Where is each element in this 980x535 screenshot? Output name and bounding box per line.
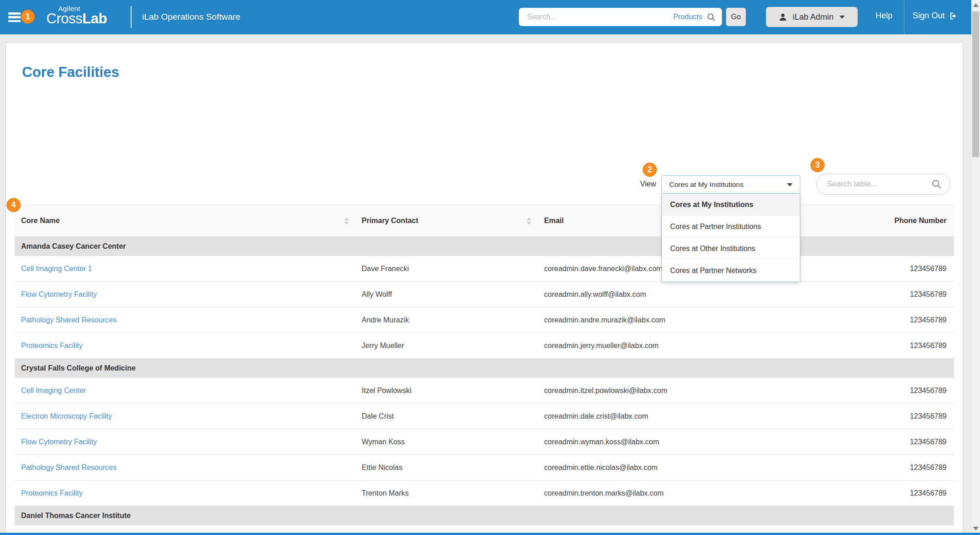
help-link[interactable]: Help [875,11,892,21]
chevron-down-icon [787,183,793,186]
scrollbar-up-arrow-icon[interactable] [973,3,979,7]
core-name-link[interactable]: Proteomics Facility [21,489,83,497]
column-header-primary-contact[interactable]: Primary Contact [355,205,538,236]
primary-contact-cell: Trenton Marks [355,480,538,506]
global-search-placeholder: Search... [527,13,673,21]
view-menu-option[interactable]: Cores at Partner Institutions [662,216,800,238]
view-menu-option[interactable]: Cores at Partner Networks [662,260,800,282]
phone-cell: 123456789 [794,307,954,333]
table-row: Cell Imaging CenterItzel Powlowskicoread… [15,378,954,404]
column-header-phone-number[interactable]: Phone Number [794,205,954,236]
table-search-placeholder: Search table... [827,180,931,189]
email-cell: coreadmin.ally.wolff@ilabx.com [538,282,794,307]
search-icon [707,13,716,22]
search-scope-products[interactable]: Products [673,13,702,21]
core-name-link[interactable]: Proteomics Facility [21,342,83,350]
top-navbar: Agilent CrossLab iLab Operations Softwar… [0,0,971,34]
primary-contact-cell: Wyman Koss [355,429,538,454]
annotation-badge-1: 1 [21,10,35,24]
core-name-cell: Electron Microscopy Facility [15,404,355,429]
phone-cell: 123456789 [794,333,954,358]
table-group-row: Amanda Casey Cancer Center [15,237,954,256]
core-name-cell: Proteomics Facility [15,480,355,506]
email-cell: coreadmin.andre.murazik@ilabx.com [538,307,794,333]
primary-contact-cell: Andre Murazik [355,307,538,333]
column-header-core-name[interactable]: Core Name [15,205,355,236]
table-group-row: Crystal Falls College of Medicine [15,359,954,378]
table-row: Proteomics FacilityTrenton Markscoreadmi… [15,480,954,506]
primary-contact-cell: Dale Crist [355,404,538,429]
primary-contact-cell: Ettie Nicolas [355,455,538,480]
core-name-cell: Pathology Shared Resources [15,307,355,333]
scrollbar-down-arrow-icon[interactable] [973,527,979,530]
hamburger-menu-icon[interactable] [8,12,21,22]
core-name-link[interactable]: Pathology Shared Resources [21,464,116,472]
primary-contact-cell: Jerry Mueller [355,333,538,358]
table-row: Proteomics FacilityJerry Muellercoreadmi… [15,333,954,359]
core-name-cell: Flow Cytometry Facility [15,282,355,307]
scrollbar-thumb[interactable] [972,11,979,157]
view-dropdown[interactable]: Cores at My Institutions [661,175,800,194]
core-name-link[interactable]: Electron Microscopy Facility [21,412,112,420]
core-name-link[interactable]: Cell Imaging Center 1 [21,265,92,273]
user-icon [779,13,787,21]
app-title: iLab Operations Software [142,12,240,22]
table-row: Flow Cytometry FacilityWyman Kosscoreadm… [15,429,954,455]
page-title: Core Facilities [22,64,119,81]
user-menu-label: iLab Admin [793,12,833,22]
core-name-link[interactable]: Flow Cytometry Facility [21,290,97,299]
chevron-down-icon [839,16,845,19]
table-row: Pathology Shared ResourcesAndre Murazikc… [15,307,954,333]
phone-cell: 123456789 [794,378,954,403]
annotation-badge-3: 3 [810,158,825,172]
core-facilities-table: Core Name Primary Contact Email Phone Nu… [15,205,954,525]
vertical-scrollbar[interactable] [971,0,980,535]
core-name-link[interactable]: Pathology Shared Resources [21,316,116,324]
table-row: Pathology Shared ResourcesEttie Nicolasc… [15,455,954,480]
sign-out-icon [949,11,958,21]
table-row: Electron Microscopy FacilityDale Cristco… [15,404,954,429]
primary-contact-cell: Itzel Powlowski [355,378,538,403]
email-cell: coreadmin.wyman.koss@ilabx.com [538,429,794,454]
phone-cell: 123456789 [794,282,954,307]
core-name-link[interactable]: Flow Cytometry Facility [21,438,97,446]
sign-out-link[interactable]: Sign Out [913,11,958,21]
annotation-badge-4: 4 [6,198,21,212]
phone-cell: 123456789 [794,404,954,429]
user-menu-button[interactable]: iLab Admin [766,7,858,27]
table-group-row: Daniel Thomas Cancer Institute [15,506,954,525]
email-cell: coreadmin.itzel.powlowski@ilabx.com [538,378,794,403]
sort-icon[interactable] [527,218,531,224]
core-name-cell: Cell Imaging Center 1 [15,256,355,281]
primary-contact-cell: Ally Wolff [355,282,538,307]
table-search-input[interactable]: Search table... [816,174,950,195]
email-cell: coreadmin.trenton.marks@ilabx.com [538,480,794,506]
navbar-divider [904,0,904,34]
search-icon [931,179,941,189]
bottom-window-edge [0,533,980,535]
logo-divider [131,6,132,28]
email-cell: coreadmin.jerry.mueller@ilabx.com [538,333,794,358]
core-name-link[interactable]: Cell Imaging Center [21,387,86,395]
phone-cell: 123456789 [794,256,954,281]
table-row: Flow Cytometry FacilityAlly Wolffcoreadm… [15,282,954,307]
table-body: Amanda Casey Cancer CenterCell Imaging C… [15,237,954,525]
core-name-cell: Pathology Shared Resources [15,455,355,480]
core-name-cell: Proteomics Facility [15,333,355,358]
view-dropdown-menu: Cores at My InstitutionsCores at Partner… [661,194,800,282]
email-cell: coreadmin.ettie.nicolas@ilabx.com [538,455,794,480]
annotation-badge-2: 2 [643,163,657,177]
phone-cell: 123456789 [794,455,954,480]
go-button[interactable]: Go [726,8,746,26]
sign-out-label: Sign Out [913,11,945,21]
logo-crosslab-text: CrossLab [46,11,107,27]
sort-icon[interactable] [344,218,349,224]
view-menu-option[interactable]: Cores at My Institutions [662,194,800,216]
core-name-cell: Cell Imaging Center [15,378,355,403]
phone-cell: 123456789 [794,480,954,506]
global-search-input[interactable]: Search... Products [519,8,722,26]
core-name-cell: Flow Cytometry Facility [15,429,355,454]
primary-contact-cell: Dave Franecki [355,256,538,281]
phone-cell: 123456789 [794,429,954,454]
view-menu-option[interactable]: Cores at Other Institutions [662,238,800,260]
